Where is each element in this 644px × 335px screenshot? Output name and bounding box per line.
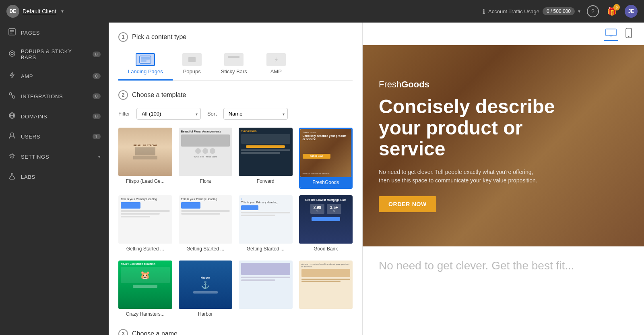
sidebar-settings-label: Settings bbox=[21, 154, 49, 160]
template-card-fitspo[interactable]: BE ALL BE STRONG Fitspo (Lead Ge... bbox=[118, 128, 172, 189]
svg-rect-18 bbox=[141, 60, 147, 62]
template-card-forward[interactable]: TYFORWARD Forward bbox=[239, 128, 293, 189]
traffic-count: 0 / 500,000 bbox=[543, 7, 575, 15]
preview-cta-button: ORDER NOW bbox=[379, 196, 436, 212]
traffic-dropdown-icon[interactable]: ▾ bbox=[578, 8, 580, 14]
amp-type-label: AMP bbox=[270, 68, 282, 74]
client-dropdown-icon[interactable]: ▾ bbox=[61, 8, 64, 14]
user-avatar[interactable]: JE bbox=[625, 5, 638, 18]
sidebar-labs-label: Labs bbox=[21, 174, 35, 180]
top-nav-right: ℹ Account Traffic Usage 0 / 500,000 ▾ ? … bbox=[483, 5, 638, 18]
sidebar-item-integrations[interactable]: Integrations 0 bbox=[0, 86, 109, 106]
step3-title: Choose a name bbox=[132, 330, 178, 335]
svg-point-7 bbox=[9, 93, 12, 95]
sidebar-item-users[interactable]: Users 1 bbox=[0, 126, 109, 147]
template-name-h2: Harbor bbox=[179, 309, 233, 319]
preview-panel: FreshGoods Concisely describe your produ… bbox=[362, 23, 644, 335]
template-name-fitspo: Fitspo (Lead Ge... bbox=[118, 176, 172, 186]
template-thumb-h4: A clean, concise headline about your pro… bbox=[299, 261, 353, 309]
template-card-gs1[interactable]: This is your Primary Heading. Getting St… bbox=[118, 195, 172, 254]
svg-rect-20 bbox=[188, 57, 196, 62]
sidebar-item-pages[interactable]: Pages bbox=[0, 23, 109, 43]
popups-icon bbox=[8, 50, 16, 59]
sidebar-item-amp[interactable]: AMP 0 bbox=[0, 66, 109, 86]
template-name-gs3: Getting Started ... bbox=[239, 244, 293, 254]
template-thumb-flora: Beautiful Floral Arrangements What The P… bbox=[179, 128, 233, 176]
template-thumb-h1: CRAZY HAMSTERS FIGHTING 🐹 bbox=[118, 261, 172, 309]
step3-header: 3 Choose a name bbox=[118, 329, 353, 335]
svg-point-4 bbox=[9, 51, 15, 56]
content-type-amp[interactable]: AMP bbox=[257, 50, 295, 81]
sort-select[interactable]: Name bbox=[223, 108, 288, 120]
preview-content: FreshGoods Concisely describe your produ… bbox=[363, 45, 644, 335]
preview-subtext: No need to get clever. Tell people exact… bbox=[379, 168, 540, 185]
help-button[interactable]: ? bbox=[587, 5, 599, 17]
amp-type-icon bbox=[266, 53, 286, 66]
integrations-icon bbox=[8, 92, 16, 101]
template-card-h3[interactable] bbox=[239, 261, 293, 319]
preview-headline: Concisely describe your product or servi… bbox=[379, 96, 572, 160]
template-thumb-fitspo: BE ALL BE STRONG bbox=[118, 128, 172, 176]
template-name-h3 bbox=[239, 309, 293, 314]
settings-arrow-icon: ▾ bbox=[98, 155, 101, 159]
step2-circle: 2 bbox=[118, 90, 128, 100]
template-card-h4[interactable]: A clean, concise headline about your pro… bbox=[299, 261, 353, 319]
traffic-label: Account Traffic Usage bbox=[488, 8, 539, 14]
content-type-popups[interactable]: Popups bbox=[173, 50, 211, 81]
sidebar-item-settings[interactable]: Settings ▾ bbox=[0, 147, 109, 167]
template-card-goodbank[interactable]: Get The Lowest Mortgage Rate 2.99 % 3.5+… bbox=[299, 195, 353, 254]
template-thumb-freshgoods: FreshGoods Concisely describe your produ… bbox=[300, 129, 352, 177]
template-name-h4 bbox=[299, 309, 353, 314]
step1-circle: 1 bbox=[118, 32, 128, 42]
domains-icon bbox=[8, 112, 16, 121]
sidebar-amp-label: AMP bbox=[21, 73, 33, 79]
popups-badge: 0 bbox=[93, 52, 101, 57]
template-name-h1: Crazy Hamsters... bbox=[118, 309, 172, 319]
amp-badge: 0 bbox=[93, 73, 101, 79]
sidebar-item-popups[interactable]: Popups & Sticky Bars 0 bbox=[0, 43, 109, 66]
template-card-flora[interactable]: Beautiful Floral Arrangements What The P… bbox=[179, 128, 233, 189]
gift-badge: 5 bbox=[613, 4, 620, 10]
preview-brand: FreshGoods bbox=[379, 79, 628, 90]
svg-line-9 bbox=[12, 95, 13, 96]
sidebar: Pages Popups & Sticky Bars 0 AMP 0 Integ… bbox=[0, 23, 109, 335]
step2-header: 2 Choose a template bbox=[118, 90, 353, 100]
step3-circle: 3 bbox=[118, 329, 128, 335]
template-card-h2[interactable]: Harbor ⚓ Harbor bbox=[179, 261, 233, 319]
template-thumb-gs1: This is your Primary Heading. bbox=[118, 195, 172, 244]
mobile-preview-button[interactable] bbox=[621, 27, 636, 41]
top-nav: DE Default Client ▾ ℹ Account Traffic Us… bbox=[0, 0, 644, 23]
gift-button[interactable]: 🎁 5 bbox=[605, 5, 618, 18]
svg-marker-6 bbox=[10, 72, 14, 78]
integrations-badge: 0 bbox=[93, 93, 101, 99]
content-type-sticky-bars[interactable]: Sticky Bars bbox=[211, 50, 257, 81]
sidebar-item-domains[interactable]: Domains 0 bbox=[0, 106, 109, 126]
template-thumb-goodbank: Get The Lowest Mortgage Rate 2.99 % 3.5+… bbox=[299, 195, 353, 244]
template-thumb-forward: TYFORWARD bbox=[239, 128, 293, 176]
template-name-freshgoods: FreshGoods bbox=[300, 177, 352, 188]
template-card-gs3[interactable]: ● This is your Primary Heading. Getting … bbox=[239, 195, 293, 254]
svg-rect-22 bbox=[228, 56, 239, 58]
content-types: Landing Pages Popups Sticky Bars bbox=[118, 50, 353, 81]
step2-title: Choose a template bbox=[132, 91, 186, 99]
filter-select[interactable]: All (100) bbox=[136, 108, 201, 120]
content-type-landing-pages[interactable]: Landing Pages bbox=[118, 50, 173, 81]
template-card-gs2[interactable]: This is your Primary Heading. Getting St… bbox=[179, 195, 233, 254]
template-name-flora: Flora bbox=[179, 176, 233, 186]
client-name-link[interactable]: Default Client bbox=[23, 8, 56, 14]
svg-point-8 bbox=[12, 96, 15, 98]
users-badge: 1 bbox=[93, 134, 101, 139]
desktop-preview-button[interactable] bbox=[604, 27, 618, 41]
sidebar-pages-label: Pages bbox=[21, 30, 40, 36]
template-thumb-gs2: This is your Primary Heading. bbox=[179, 195, 233, 244]
template-card-h1[interactable]: CRAZY HAMSTERS FIGHTING 🐹 Crazy Hamsters… bbox=[118, 261, 172, 319]
preview-hero: FreshGoods Concisely describe your produ… bbox=[363, 45, 644, 246]
sidebar-item-labs[interactable]: Labs bbox=[0, 167, 109, 187]
template-card-freshgoods[interactable]: FreshGoods Concisely describe your produ… bbox=[299, 128, 353, 189]
sidebar-users-label: Users bbox=[21, 134, 40, 140]
svg-point-14 bbox=[11, 155, 13, 157]
template-name-gs1: Getting Started ... bbox=[118, 244, 172, 254]
step1-header: 1 Pick a content type bbox=[118, 32, 353, 42]
sort-label: Sort bbox=[207, 111, 217, 117]
preview-lower-content: No need to get clever. Get the best fit.… bbox=[363, 246, 644, 285]
